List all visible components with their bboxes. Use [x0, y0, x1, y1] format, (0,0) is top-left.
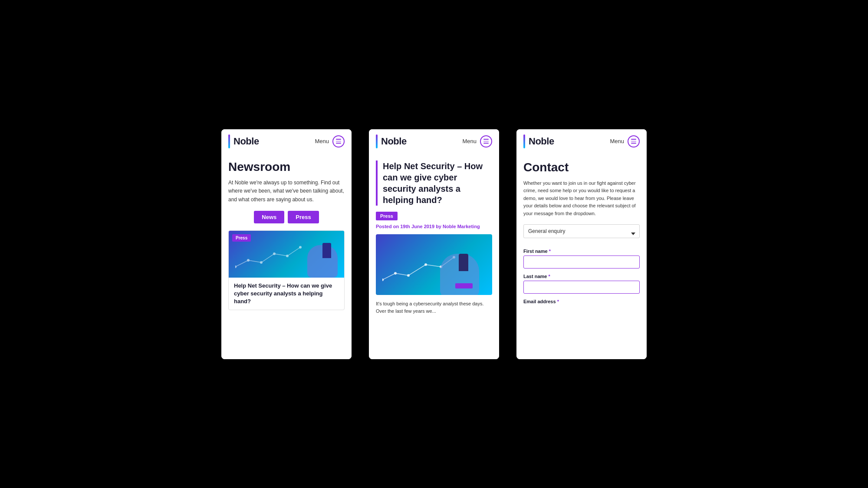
logo-text-3: Noble [529, 136, 554, 147]
filter-buttons: News Press [228, 211, 345, 223]
svg-point-8 [407, 274, 410, 277]
header-nav-1: Menu [315, 135, 345, 147]
article-meta: Posted on 19th June 2019 by Noble Market… [376, 224, 492, 229]
contact-title: Contact [523, 160, 640, 174]
menu-line-6 [483, 143, 489, 144]
header-nav-3: Menu [610, 135, 640, 147]
article-badge[interactable]: Press [376, 212, 398, 220]
logo-bar-3 [523, 134, 525, 148]
svg-point-2 [260, 261, 263, 264]
first-name-input[interactable] [523, 255, 640, 269]
svg-point-4 [286, 255, 289, 257]
dropdown-wrapper: General enquiry Request a demo Support C… [523, 224, 640, 243]
menu-label-1: Menu [315, 138, 329, 144]
newsroom-description: At Noble we're always up to something. F… [228, 179, 345, 204]
screen2-article: Noble Menu Help Net Security – How can w… [369, 129, 499, 359]
article-title: Help Net Security – How can we give cybe… [383, 160, 492, 206]
svg-point-9 [424, 263, 427, 266]
email-group: Email address * [523, 299, 640, 304]
logo-text-2: Noble [381, 136, 407, 147]
logo-bar-1 [228, 134, 230, 148]
screen1-newsroom: Noble Menu Newsroom At Noble we're alway… [221, 129, 352, 359]
last-name-required: * [548, 274, 550, 279]
svg-point-3 [273, 252, 276, 255]
news-filter-button[interactable]: News [254, 211, 284, 223]
menu-line-3 [336, 143, 341, 144]
header-3: Noble Menu [516, 129, 647, 154]
svg-point-1 [247, 259, 250, 262]
menu-button-3[interactable] [628, 135, 640, 147]
article-content: Help Net Security – How can we give cybe… [369, 154, 499, 359]
email-required: * [557, 299, 559, 304]
logo-bar-2 [376, 134, 378, 148]
svg-point-7 [394, 272, 397, 275]
figure-illustration-1 [322, 243, 331, 258]
chart-svg-1 [235, 245, 305, 271]
logo-area-3: Noble [523, 134, 554, 148]
article-figure-shape [459, 254, 468, 271]
article-heading-border: Help Net Security – How can we give cybe… [376, 160, 492, 206]
menu-label-2: Menu [462, 138, 477, 144]
menu-button-2[interactable] [480, 135, 492, 147]
menu-line-1 [336, 139, 341, 140]
enquiry-dropdown[interactable]: General enquiry Request a demo Support C… [523, 224, 640, 238]
first-name-group: First name * [523, 249, 640, 269]
menu-line-4 [483, 139, 489, 140]
article-card-1[interactable]: Press Help Net Security – How can we giv… [228, 230, 345, 311]
first-name-required: * [549, 249, 551, 254]
press-filter-button[interactable]: Press [288, 211, 319, 223]
card-badge-1: Press [232, 234, 251, 242]
logo-area-1: Noble [228, 134, 259, 148]
header-2: Noble Menu [369, 129, 499, 154]
header-1: Noble Menu [221, 129, 352, 154]
menu-line-2 [336, 141, 341, 142]
header-nav-2: Menu [462, 135, 492, 147]
screen3-contact: Noble Menu Contact Whether you want to j… [516, 129, 647, 359]
article-platform-shape [455, 283, 473, 288]
newsroom-content: Newsroom At Noble we're always up to som… [221, 154, 352, 359]
contact-content: Contact Whether you want to join us in o… [516, 154, 647, 359]
last-name-label: Last name * [523, 274, 640, 279]
newsroom-title: Newsroom [228, 160, 345, 174]
article-image [376, 234, 492, 295]
email-label-text: Email address [523, 299, 556, 304]
first-name-label-text: First name [523, 249, 548, 254]
menu-label-3: Menu [610, 138, 624, 144]
first-name-label: First name * [523, 249, 640, 254]
menu-line-7 [631, 139, 636, 140]
card-content-1: Help Net Security – How can we give cybe… [229, 278, 344, 310]
last-name-input[interactable] [523, 281, 640, 294]
menu-line-5 [483, 141, 489, 142]
article-excerpt: It's tough being a cybersecurity analyst… [376, 300, 492, 315]
menu-button-1[interactable] [332, 135, 345, 147]
logo-text-1: Noble [233, 136, 259, 147]
card-title-1: Help Net Security – How can we give cybe… [234, 282, 339, 306]
email-label: Email address * [523, 299, 640, 304]
menu-line-8 [631, 141, 636, 142]
svg-point-5 [299, 246, 302, 249]
logo-area-2: Noble [376, 134, 407, 148]
card-image-1: Press [229, 231, 344, 278]
last-name-label-text: Last name [523, 274, 547, 279]
contact-description: Whether you want to join us in our fight… [523, 180, 640, 218]
menu-line-9 [631, 143, 636, 144]
last-name-group: Last name * [523, 274, 640, 294]
